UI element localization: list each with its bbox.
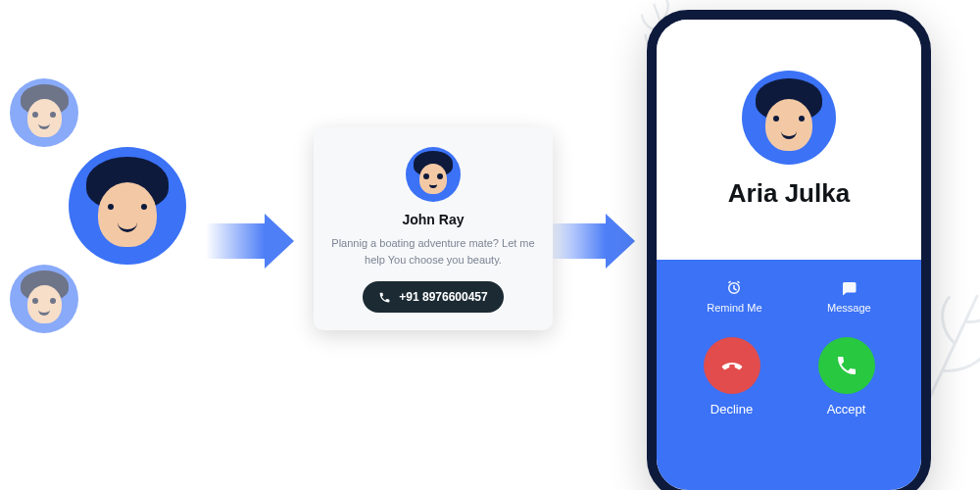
remind-me-button[interactable]: Remind Me [707, 279, 761, 314]
caller-name: Aria Julka [728, 178, 850, 209]
remind-me-label: Remind Me [707, 302, 761, 314]
avatar-user-2 [69, 147, 186, 265]
contact-card: John Ray Plannig a boating adventure mat… [314, 127, 553, 330]
phone-icon [378, 291, 391, 304]
contact-name: John Ray [329, 212, 537, 227]
phone-number-button[interactable]: +91 8976600457 [363, 281, 503, 313]
avatar-user-3 [10, 265, 78, 333]
avatar-user-1 [10, 78, 78, 147]
diagram-stage: John Ray Plannig a boating adventure mat… [0, 0, 980, 490]
accept-button[interactable]: Accept [818, 337, 875, 416]
decline-label: Decline [710, 402, 753, 416]
flow-arrow-1 [206, 214, 294, 269]
message-icon [840, 279, 858, 297]
contact-description: Plannig a boating adventure mate? Let me… [329, 235, 537, 268]
contact-avatar [406, 147, 461, 202]
accept-label: Accept [827, 402, 866, 416]
hangup-icon [720, 354, 744, 377]
call-screen-top: Aria Julka [657, 20, 921, 260]
user-avatar-cluster [0, 78, 196, 333]
call-screen-bottom: Remind Me Message Decline [657, 260, 921, 490]
phone-mockup: Aria Julka Remind Me Message Decline [647, 10, 931, 490]
call-buttons-row: Decline Accept [674, 337, 904, 416]
flow-arrow-2 [547, 214, 635, 269]
message-button[interactable]: Message [827, 279, 871, 314]
phone-number-label: +91 8976600457 [399, 290, 487, 304]
caller-avatar [742, 71, 836, 165]
decline-button[interactable]: Decline [704, 337, 760, 416]
aux-actions-row: Remind Me Message [674, 279, 904, 314]
call-icon [835, 354, 858, 377]
alarm-icon [725, 279, 743, 297]
message-label: Message [827, 302, 871, 314]
